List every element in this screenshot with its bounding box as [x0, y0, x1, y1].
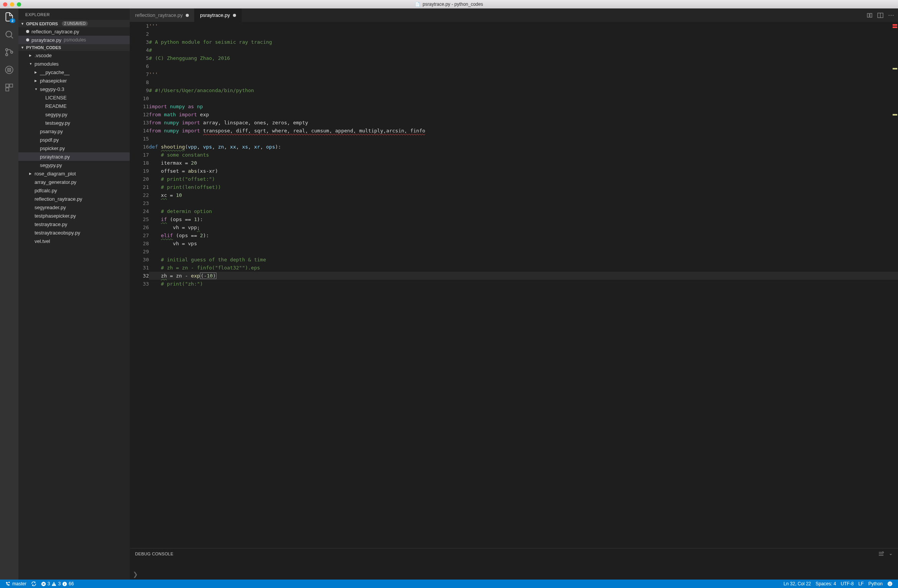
code-line[interactable]: # zh = zn - finfo("float32"").eps [149, 264, 898, 272]
file-tree-item[interactable]: segypy.py [18, 161, 130, 169]
line-number[interactable]: 8 [130, 78, 149, 86]
file-tree-item[interactable]: testsegy.py [18, 119, 130, 127]
code-line[interactable]: elif (ops == 2): [149, 231, 898, 239]
debug-icon[interactable] [4, 64, 15, 75]
eol-status[interactable]: LF [856, 581, 866, 586]
code-line[interactable] [149, 62, 898, 70]
file-tree-item[interactable]: ▶rose_diagram_plot [18, 169, 130, 178]
line-number[interactable]: 32 [130, 272, 149, 280]
file-tree-item[interactable]: vel.tvel [18, 237, 130, 245]
line-number[interactable]: 20 [130, 175, 149, 183]
minimize-window-icon[interactable] [10, 2, 14, 7]
maximize-window-icon[interactable] [17, 2, 21, 7]
code-line[interactable] [149, 78, 898, 86]
clear-console-icon[interactable] [878, 551, 884, 557]
line-number[interactable]: 5 [130, 54, 149, 62]
file-tree-item[interactable]: segyreader.py [18, 203, 130, 211]
encoding-status[interactable]: UTF-8 [839, 581, 856, 586]
code-line[interactable]: def shooting(vpp, vps, zn, xx, xs, xr, o… [149, 143, 898, 151]
git-branch[interactable]: master [3, 581, 29, 586]
split-editor-icon[interactable] [877, 12, 883, 18]
code-line[interactable]: # some constants [149, 151, 898, 159]
code-line[interactable] [149, 199, 898, 207]
code-line[interactable]: ''' [149, 70, 898, 78]
code-line[interactable]: # initial guess of the depth & time [149, 256, 898, 264]
file-tree-item[interactable]: LICENSE [18, 93, 130, 102]
code-line[interactable]: # [149, 46, 898, 54]
code-line[interactable]: # print(len(offset)) [149, 183, 898, 191]
line-number[interactable]: 6 [130, 62, 149, 70]
line-number[interactable]: 25 [130, 215, 149, 223]
editor-tab[interactable]: psraytrace.py [195, 8, 242, 22]
code-line[interactable]: from numpy import transpose, diff, sqrt,… [149, 127, 898, 135]
explorer-icon[interactable]: 2 [4, 12, 15, 22]
line-number[interactable]: 7 [130, 70, 149, 78]
line-number[interactable]: 31 [130, 264, 149, 272]
code-line[interactable] [149, 135, 898, 143]
line-number[interactable]: 17 [130, 151, 149, 159]
line-number[interactable]: 28 [130, 239, 149, 248]
code-line[interactable]: # (C) Zhengguang Zhao, 2016 [149, 54, 898, 62]
line-number[interactable]: 27 [130, 231, 149, 239]
line-number[interactable]: 10 [130, 94, 149, 102]
code-line[interactable] [149, 94, 898, 102]
source-control-icon[interactable] [4, 47, 15, 58]
file-tree-item[interactable]: pspdf.py [18, 135, 130, 144]
chevron-down-icon[interactable]: ⌄ [889, 551, 893, 557]
code-line[interactable]: # print("offset:") [149, 175, 898, 183]
line-number[interactable]: 19 [130, 167, 149, 175]
code-line[interactable]: if (ops == 1): [149, 215, 898, 223]
line-number[interactable]: 18 [130, 159, 149, 167]
open-editors-header[interactable]: ▼ OPEN EDITORS 2 UNSAVED [18, 20, 130, 27]
line-number[interactable]: 29 [130, 248, 149, 256]
line-number[interactable]: 4 [130, 46, 149, 54]
open-editor-item[interactable]: psraytrace.pypsmodules [18, 36, 130, 44]
code-line[interactable] [149, 30, 898, 38]
file-tree-item[interactable]: reflection_raytrace.py [18, 195, 130, 203]
line-number[interactable]: 21 [130, 183, 149, 191]
file-tree-item[interactable]: psarray.py [18, 127, 130, 135]
line-number[interactable]: 11 [130, 102, 149, 111]
code-line[interactable] [149, 248, 898, 256]
cursor-position[interactable]: Ln 32, Col 22 [781, 581, 813, 586]
code-line[interactable]: ''' [149, 22, 898, 30]
file-tree-item[interactable]: ▼segypy-0.3 [18, 85, 130, 93]
line-number[interactable]: 16 [130, 143, 149, 151]
code-line[interactable]: # #!/Users/Uqer/anaconda/bin/python [149, 86, 898, 94]
line-number[interactable]: 3 [130, 38, 149, 46]
code-line[interactable]: vh = vpp; [149, 223, 898, 231]
panel-tab-debug-console[interactable]: DEBUG CONSOLE [135, 552, 173, 556]
file-tree-item[interactable]: segypy.py [18, 110, 130, 119]
line-number[interactable]: 23 [130, 199, 149, 207]
code-line[interactable]: # A python module for seismic ray tracin… [149, 38, 898, 46]
file-tree-item[interactable]: ▶phasepicker [18, 76, 130, 85]
file-tree-item[interactable]: pdfcalc.py [18, 186, 130, 195]
problems-status[interactable]: 3 3 66 [39, 581, 76, 586]
file-tree-item[interactable]: testraytraceobspy.py [18, 228, 130, 237]
file-tree-item[interactable]: psraytrace.py [18, 152, 130, 161]
file-tree-item[interactable]: README [18, 102, 130, 110]
feedback-icon[interactable] [885, 581, 895, 586]
code-line[interactable]: from math import exp [149, 111, 898, 119]
code-line[interactable]: vh = vps [149, 239, 898, 248]
line-number[interactable]: 15 [130, 135, 149, 143]
code-line[interactable]: zh = zn - exp(-10) [149, 272, 898, 280]
console-prompt-icon[interactable]: ❯ [133, 571, 138, 578]
line-number[interactable]: 2 [130, 30, 149, 38]
code-line[interactable]: xc = 10 [149, 191, 898, 199]
code-line[interactable]: from numpy import array, linspace, ones,… [149, 119, 898, 127]
line-number[interactable]: 13 [130, 119, 149, 127]
git-sync-icon[interactable] [29, 581, 39, 586]
open-editor-item[interactable]: reflection_raytrace.py [18, 27, 130, 36]
file-tree-item[interactable]: testraytrace.py [18, 220, 130, 228]
close-window-icon[interactable] [3, 2, 7, 7]
more-actions-icon[interactable]: ⋯ [888, 12, 894, 19]
file-tree-item[interactable]: ▼psmodules [18, 59, 130, 68]
editor-tab[interactable]: reflection_raytrace.py [130, 8, 195, 22]
line-number[interactable]: 26 [130, 223, 149, 231]
editor[interactable]: 1'''23# A python module for seismic ray … [130, 22, 898, 548]
search-icon[interactable] [4, 29, 15, 40]
code-line[interactable]: import numpy as np [149, 102, 898, 111]
line-number[interactable]: 14 [130, 127, 149, 135]
line-number[interactable]: 24 [130, 207, 149, 215]
